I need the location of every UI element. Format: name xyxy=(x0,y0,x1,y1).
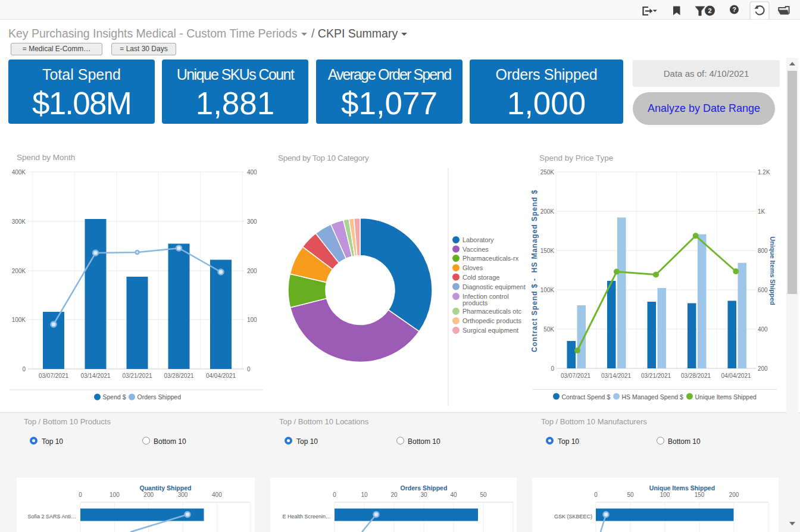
svg-text:Sofia 2 SARS Anti…: Sofia 2 SARS Anti… xyxy=(27,514,76,520)
svg-text:1K: 1K xyxy=(758,208,765,215)
svg-text:03/07/2021: 03/07/2021 xyxy=(39,373,68,379)
svg-text:250K: 250K xyxy=(540,169,555,176)
svg-text:200: 200 xyxy=(758,365,768,372)
svg-text:200: 200 xyxy=(143,492,154,498)
svg-text:150K: 150K xyxy=(540,248,555,254)
svg-text:50: 50 xyxy=(480,492,487,498)
svg-text:Spend by Month: Spend by Month xyxy=(17,153,75,162)
svg-text:Laboratory: Laboratory xyxy=(462,236,494,243)
svg-text:600: 600 xyxy=(758,287,768,293)
svg-text:20: 20 xyxy=(390,492,398,498)
svg-text:04/04/2021: 04/04/2021 xyxy=(721,373,751,379)
svg-text:HS Managed Spend $: HS Managed Spend $ xyxy=(622,393,683,400)
svg-text:Spend by Top 10 Category: Spend by Top 10 Category xyxy=(278,154,369,162)
svg-text:150: 150 xyxy=(695,492,705,498)
svg-text:Cold storage: Cold storage xyxy=(462,274,499,281)
svg-text:03/28/2021: 03/28/2021 xyxy=(681,373,711,379)
svg-text:Surgical equipment: Surgical equipment xyxy=(462,327,518,334)
svg-text:03/14/2021: 03/14/2021 xyxy=(601,373,631,379)
svg-text:Unique Items Shipped: Unique Items Shipped xyxy=(769,236,776,305)
svg-text:0: 0 xyxy=(79,492,82,498)
svg-text:0: 0 xyxy=(551,365,554,372)
svg-text:100: 100 xyxy=(247,317,257,323)
svg-text:Diagnostic equipment: Diagnostic equipment xyxy=(462,283,526,290)
svg-text:1.2K: 1.2K xyxy=(758,169,770,176)
svg-text:0: 0 xyxy=(22,366,26,373)
svg-text:Pharmaceuticals otc: Pharmaceuticals otc xyxy=(462,308,522,315)
svg-text:200K: 200K xyxy=(12,268,26,274)
svg-text:Gloves: Gloves xyxy=(462,264,483,271)
svg-text:Unique Items Shipped: Unique Items Shipped xyxy=(649,484,715,492)
svg-text:03/07/2021: 03/07/2021 xyxy=(561,373,590,379)
svg-text:300K: 300K xyxy=(12,218,26,225)
svg-text:400K: 400K xyxy=(12,169,26,176)
svg-text:50: 50 xyxy=(627,492,634,498)
svg-text:Vaccines: Vaccines xyxy=(462,246,489,253)
svg-text:Contract Spend $: Contract Spend $ xyxy=(562,393,611,400)
svg-text:100K: 100K xyxy=(540,287,555,293)
svg-text:03/21/2021: 03/21/2021 xyxy=(641,373,671,379)
svg-text:Pharmaceuticals-rx: Pharmaceuticals-rx xyxy=(462,255,519,262)
svg-text:50K: 50K xyxy=(543,326,554,333)
svg-text:100K: 100K xyxy=(12,317,26,323)
svg-text:0: 0 xyxy=(247,366,251,373)
svg-text:Spend $: Spend $ xyxy=(103,393,126,400)
svg-text:0: 0 xyxy=(333,492,336,498)
svg-text:03/21/2021: 03/21/2021 xyxy=(122,373,152,379)
svg-text:30: 30 xyxy=(420,492,427,498)
svg-text:GSK (SKBEEC): GSK (SKBEEC) xyxy=(554,514,592,520)
svg-text:Orders Shipped: Orders Shipped xyxy=(138,393,182,400)
svg-text:40: 40 xyxy=(450,492,457,498)
svg-text:800: 800 xyxy=(758,248,768,254)
svg-text:400: 400 xyxy=(212,492,222,498)
svg-text:Unique Items Shipped: Unique Items Shipped xyxy=(695,393,757,400)
svg-text:03/14/2021: 03/14/2021 xyxy=(80,373,110,379)
svg-text:Contract Spend $ - HS Managed: Contract Spend $ - HS Managed Spend $ xyxy=(530,189,539,352)
svg-text:products: products xyxy=(462,299,488,306)
svg-text:100: 100 xyxy=(660,492,670,498)
svg-text:300: 300 xyxy=(247,218,257,225)
svg-text:200K: 200K xyxy=(540,208,555,215)
svg-text:400: 400 xyxy=(758,326,768,333)
svg-text:2: 2 xyxy=(708,7,711,14)
svg-text:Spend by Price Type: Spend by Price Type xyxy=(539,154,613,162)
svg-text:10: 10 xyxy=(361,492,368,498)
svg-text:03/28/2021: 03/28/2021 xyxy=(164,373,193,379)
svg-text:100: 100 xyxy=(110,492,120,498)
svg-text:E Health Screenin…: E Health Screenin… xyxy=(282,514,331,520)
svg-text:Orders Shipped: Orders Shipped xyxy=(401,484,448,492)
svg-text:Orthopedic products: Orthopedic products xyxy=(462,317,522,324)
svg-text:Quantity Shipped: Quantity Shipped xyxy=(140,484,192,492)
svg-text:200: 200 xyxy=(247,268,257,274)
svg-text:200: 200 xyxy=(729,492,739,498)
svg-text:?: ? xyxy=(732,6,736,13)
svg-text:04/04/2021: 04/04/2021 xyxy=(206,373,236,379)
svg-text:300: 300 xyxy=(178,492,188,498)
svg-text:400: 400 xyxy=(247,169,257,176)
svg-text:0: 0 xyxy=(594,492,598,498)
